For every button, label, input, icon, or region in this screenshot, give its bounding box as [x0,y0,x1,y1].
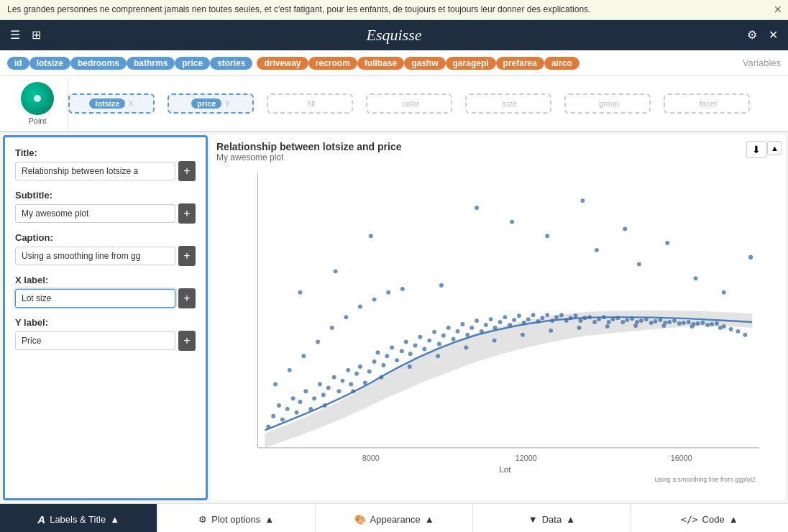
svg-point-38 [408,352,413,356]
svg-point-145 [633,324,638,328]
info-banner: Les grandes personnes ne comprennent jam… [0,0,788,20]
xlabel-plus-button[interactable]: + [178,288,196,308]
title-plus-button[interactable]: + [178,161,196,181]
svg-point-68 [550,318,554,323]
svg-point-12 [291,396,296,400]
svg-point-20 [326,385,331,390]
svg-point-69 [554,315,559,319]
svg-point-81 [611,317,615,321]
footer-tab-code[interactable]: </>Code ▲ [631,504,788,532]
svg-point-132 [386,290,390,295]
drop-slot-facet[interactable]: facet [664,93,750,114]
svg-point-106 [736,329,741,334]
svg-point-14 [298,400,303,404]
footer-tab-labels[interactable]: ALabels & Title ▲ [0,504,157,532]
variable-tag-prefarea[interactable]: prefarea [496,57,544,70]
geom-selector[interactable]: Point [7,79,68,128]
scroll-up-button[interactable]: ▲ [767,141,782,155]
svg-point-32 [381,363,385,367]
svg-point-76 [587,315,592,319]
subtitle-input[interactable] [15,204,175,223]
drop-slot-y[interactable]: priceY [168,93,254,114]
close-icon[interactable]: ✕ [769,28,778,42]
download-button[interactable]: ⬇ [746,141,766,158]
variable-tag-garagepl[interactable]: garagepl [446,57,496,70]
variable-tag-price[interactable]: price [175,57,210,70]
caption-input[interactable] [15,247,175,265]
plot-title: Relationship between lotsize and price [216,141,779,152]
svg-point-19 [321,393,326,397]
svg-point-47 [452,336,456,341]
drop-slot-x[interactable]: lotsizeX [68,93,155,114]
banner-close-icon[interactable]: ✕ [774,3,782,17]
svg-point-128 [330,326,334,330]
svg-point-53 [480,329,484,334]
svg-point-138 [436,354,440,358]
footer-tab-data[interactable]: ▼Data ▲ [473,504,631,532]
variable-tag-recroom[interactable]: recroom [308,57,357,70]
svg-point-137 [408,364,412,369]
footer-tab-plotoptions[interactable]: ⚙Plot options ▲ [157,504,315,532]
appearance-icon: 🎨 [354,514,366,525]
footer-tab-label-labels: Labels & Title [50,514,106,525]
caption-plus-button[interactable]: + [178,246,196,266]
variable-tag-stories[interactable]: stories [210,57,252,70]
svg-point-33 [385,354,389,358]
svg-point-9 [277,403,281,408]
svg-point-30 [372,359,377,364]
variable-tag-airco[interactable]: airco [544,57,579,70]
grid-icon[interactable]: ⊞ [32,28,41,42]
svg-point-83 [620,320,625,324]
drop-slot-color[interactable]: color [366,93,452,114]
variable-tag-gashw[interactable]: gashw [404,57,445,70]
variable-tag-fullbase[interactable]: fullbase [357,57,404,70]
svg-point-73 [574,313,578,318]
svg-text:Lot: Lot [499,464,511,474]
title-input[interactable] [15,162,175,180]
variable-tag-bedrooms[interactable]: bedrooms [70,57,127,70]
drop-slot-group[interactable]: group [564,93,651,114]
variable-tag-bathrms[interactable]: bathrms [127,57,175,70]
drop-slot-size[interactable]: size [465,93,551,114]
variable-tag-id[interactable]: id [7,57,29,70]
gear-icon[interactable]: ⚙ [747,28,757,42]
svg-point-75 [582,316,587,320]
svg-point-130 [358,304,362,308]
svg-point-96 [682,321,686,325]
svg-point-127 [316,339,320,344]
footer-tab-arrow-plotoptions: ▲ [265,514,274,525]
svg-point-57 [498,320,503,324]
svg-point-147 [690,324,695,329]
xlabel-input[interactable] [15,289,175,308]
svg-point-135 [351,389,355,393]
ylabel-input[interactable] [15,331,175,350]
subtitle-plus-button[interactable]: + [178,203,196,224]
variable-tag-driveway[interactable]: driveway [257,57,308,70]
svg-point-139 [464,345,468,349]
ylabel-plus-button[interactable]: + [178,331,196,351]
svg-point-23 [340,378,344,382]
hamburger-icon[interactable]: ☰ [10,28,20,42]
variable-tag-lotsize[interactable]: lotsize [29,57,70,70]
footer-tab-appearance[interactable]: 🎨Appearance ▲ [316,504,473,532]
svg-point-21 [332,375,336,380]
footer-tab-label-data: Data [542,514,562,525]
svg-point-28 [363,380,367,385]
svg-text:16000: 16000 [671,453,692,462]
svg-text:Using a smoothing line from gg: Using a smoothing line from ggplot2 [654,476,756,483]
svg-point-13 [295,411,299,415]
svg-point-146 [661,324,666,328]
ylabel-field-label: Y label: [15,317,196,328]
svg-point-102 [710,322,714,326]
title-field-group: Title: + [15,147,196,181]
svg-point-110 [334,269,338,273]
svg-point-99 [696,321,700,326]
svg-point-91 [658,318,662,322]
svg-point-64 [531,313,536,317]
svg-point-93 [667,320,672,324]
svg-point-136 [379,375,383,380]
svg-point-133 [400,287,405,291]
drop-slot-fill[interactable]: fill [267,93,353,114]
svg-point-71 [564,318,569,323]
svg-point-66 [540,316,544,320]
